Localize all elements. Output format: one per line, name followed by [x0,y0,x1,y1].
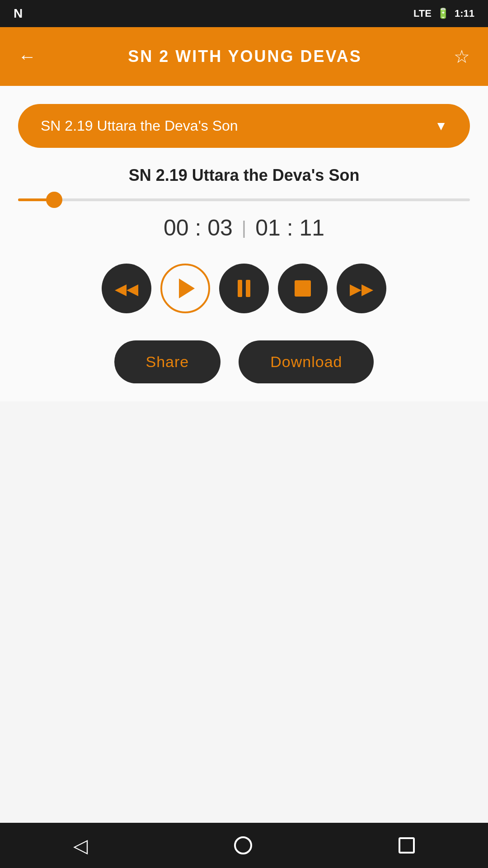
nav-recents-button[interactable] [394,833,419,858]
current-time: 00 : 03 [164,215,233,241]
pause-button[interactable] [219,264,269,313]
nav-home-icon [234,836,252,854]
nav-home-button[interactable] [230,832,257,859]
app-bar: ← SN 2 WITH YOUNG DEVAS ☆ [0,27,488,86]
back-button[interactable]: ← [14,42,41,71]
episode-selector-dropdown[interactable]: SN 2.19 Uttara the Deva's Son ▼ [18,104,470,148]
battery-icon: 🔋 [437,8,449,19]
favorite-button[interactable]: ☆ [449,42,474,71]
nav-back-button[interactable] [69,830,92,861]
episode-title: SN 2.19 Uttara the Deva's Son [18,166,470,185]
action-buttons: Share Download [18,340,470,383]
chevron-down-icon: ▼ [435,119,447,133]
page-title: SN 2 WITH YOUNG DEVAS [41,47,449,66]
share-button[interactable]: Share [114,340,221,383]
nav-back-icon [73,835,88,857]
status-bar: N LTE 🔋 1:11 [0,0,488,27]
clock: 1:11 [455,8,474,19]
playback-controls [18,264,470,313]
stop-icon [295,280,311,297]
status-bar-left: N [14,6,23,21]
progress-bar-container[interactable] [18,198,470,201]
play-icon [179,278,195,298]
stop-button[interactable] [278,264,328,313]
fast-forward-icon [350,279,373,298]
total-time: 01 : 11 [255,215,324,241]
fast-forward-button[interactable] [337,264,386,313]
pause-icon [238,280,250,297]
main-content: SN 2.19 Uttara the Deva's Son ▼ SN 2.19 … [0,86,488,401]
nav-recents-icon [399,837,415,854]
timer-display: 00 : 03 | 01 : 11 [18,215,470,241]
download-button[interactable]: Download [239,340,374,383]
episode-selector-label: SN 2.19 Uttara the Deva's Son [41,118,238,134]
progress-track [18,198,470,201]
progress-thumb[interactable] [46,192,62,208]
status-bar-right: LTE 🔋 1:11 [413,8,474,19]
bottom-nav-bar [0,823,488,868]
play-button[interactable] [160,264,210,313]
rewind-icon [115,279,138,298]
timer-separator: | [242,218,246,238]
network-type: LTE [413,8,432,19]
app-logo: N [14,6,23,21]
rewind-button[interactable] [102,264,151,313]
